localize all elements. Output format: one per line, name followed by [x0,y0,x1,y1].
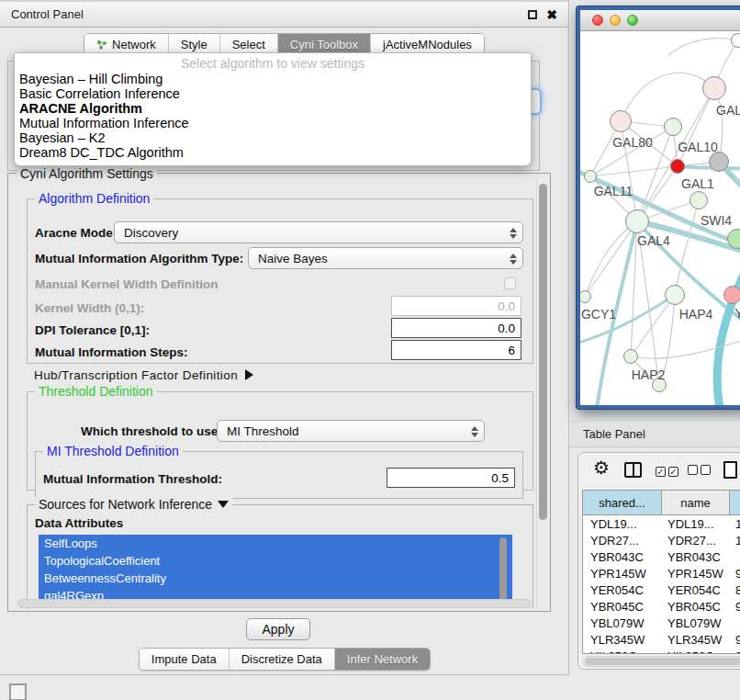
network-node-gray[interactable] [709,152,729,172]
node-label-y: Y [734,306,740,321]
columns-icon[interactable] [624,462,642,478]
threshold-definition-group: Threshold Definition Which threshold to … [27,391,533,491]
node-label-gal10: GAL10 [678,140,718,154]
network-node-pink-right[interactable] [723,286,740,304]
network-node-red[interactable] [670,159,685,174]
table-header-row: shared...nameA [583,491,740,515]
kernel-width-field[interactable]: 0.0 [391,296,521,316]
attribute-list-scrollbar[interactable] [499,537,507,602]
kernel-width-value: 0.0 [498,299,515,313]
mi-steps-value: 6 [508,344,515,357]
network-node-hap4[interactable] [665,285,685,305]
sources-title-text: Sources for Network Inference [39,497,212,512]
collapsed-panel-icon[interactable] [9,683,27,700]
collapsed-arrow-icon [245,369,253,380]
network-node-gal1[interactable] [690,191,708,209]
table-panel: ⚙ ✓✓ shared...nameA YDL19...YDL19...13YD… [577,452,740,670]
zoom-traffic-light[interactable] [627,15,638,26]
control-panel-titlebar: Control Panel ✖ [0,0,568,28]
tab-label: Style [181,38,207,51]
table-row[interactable]: YDL19...YDL19...13 [583,515,740,532]
node-label-gal: GAL [716,103,740,118]
mi-type-label: Mutual Information Algorithm Type: [35,252,243,265]
stepper-arrows-icon [470,423,478,440]
mi-threshold-field[interactable]: 0.5 [387,468,515,488]
select-all-checks-icon[interactable]: ✓✓ [656,462,681,479]
aracne-mode-combobox[interactable]: Discovery [114,221,523,243]
network-node-pink-top[interactable] [702,76,726,100]
bottom-tab-infer-network[interactable]: Infer Network [334,649,430,670]
network-node-gal4[interactable] [625,209,649,233]
clear-all-checks-icon[interactable] [688,462,713,479]
close-traffic-light[interactable] [592,15,603,26]
document-icon[interactable] [723,461,737,479]
bottom-tab-impute-data[interactable]: Impute Data [140,649,229,670]
hub-definition-toggle[interactable]: Hub/Transcription Factor Definition [34,368,253,382]
mi-threshold-group: MI Threshold Definition Mutual Informati… [35,451,523,499]
algorithm-option-dream8-dc-tdc-algorithm[interactable]: Dream8 DC_TDC Algorithm [15,145,531,160]
table-scroll-thumb[interactable] [585,658,740,665]
table-row[interactable]: YLR345WYLR345W9. [583,631,740,648]
mi-type-combobox[interactable]: Naive Bayes [248,247,523,269]
gear-icon[interactable]: ⚙ [593,458,610,477]
tab-label: Network [112,38,156,51]
dpi-tolerance-field[interactable]: 0.0 [391,318,521,338]
algorithm-option-bayesian-k2[interactable]: Bayesian – K2 [15,130,531,145]
network-node-gal80[interactable] [610,110,632,132]
mi-steps-field[interactable]: 6 [391,340,521,360]
which-threshold-combobox[interactable]: MI Threshold [217,420,485,442]
column-header-a[interactable]: A [730,491,740,515]
mi-threshold-value: 0.5 [491,471,509,485]
network-canvas[interactable]: GALGAL80GAL10GAL1GAL11GAL4SWI4GCY1HAP4YH… [580,31,740,405]
network-node-top-corner[interactable] [731,33,740,48]
cyni-settings-title: Cyni Algorithm Settings [17,166,157,181]
float-window-button[interactable] [528,10,537,19]
algorithm-option-basic-correlation-inference[interactable]: Basic Correlation Inference [15,86,531,101]
table-cell: YLR345W [662,631,730,648]
manual-kernel-label: Manual Kernel Width Definition [35,277,218,291]
settings-scroll-thumb[interactable] [539,184,547,520]
manual-kernel-checkbox[interactable] [504,277,516,289]
network-node-gal11[interactable] [584,170,597,183]
sources-title[interactable]: Sources for Network Inference [35,497,232,512]
attribute-item-topologicalcoefficient[interactable]: TopologicalCoefficient [39,552,512,570]
threshold-definition-title: Threshold Definition [35,384,157,399]
table-cell: YDR27... [662,532,730,548]
attribute-item-betweennesscentrality[interactable]: BetweennessCentrality [39,570,512,587]
network-node-hap2[interactable] [623,349,638,364]
table-cell: 9. [730,631,740,648]
table-row[interactable]: YER054CYER054C8. [583,581,740,598]
table-row[interactable]: YBR045CYBR045C9. [583,598,740,615]
table-row[interactable]: YPR145WYPR145W9. [583,565,740,581]
cyni-algorithm-settings-box: Cyni Algorithm Settings Algorithm Defini… [7,173,551,612]
apply-button[interactable]: Apply [246,618,310,640]
algorithm-option-aracne-algorithm[interactable]: ARACNE Algorithm [15,101,531,116]
dpi-tolerance-label: DPI Tolerance [0,1]: [35,323,150,337]
table-row[interactable]: YBR043CYBR043C [583,548,740,565]
control-panel: Control Panel ✖ NetworkStyleSelectCyni T… [0,0,569,675]
table-row[interactable]: YDR27...YDR27...12 [583,532,740,548]
algorithm-dropdown-popup: Select algorithm to view settings Bayesi… [14,52,532,166]
settings-horizontal-scrollbar[interactable] [17,599,532,608]
column-header-name[interactable]: name [662,491,730,515]
table-cell: 9. [730,598,740,615]
bottom-tab-discretize-data[interactable]: Discretize Data [229,649,334,670]
attribute-item-selfloops[interactable]: SelfLoops [39,535,512,552]
table-horizontal-scrollbar[interactable] [582,656,740,667]
dpi-tolerance-value: 0.0 [498,322,515,335]
column-header-shared[interactable]: shared... [583,491,662,515]
minimize-traffic-light[interactable] [610,15,621,26]
network-node-gal10[interactable] [664,118,682,136]
table-cell: YPR145W [583,565,662,581]
which-threshold-label: Which threshold to use: [81,424,222,438]
algorithm-option-bayesian-hill-climbing[interactable]: Bayesian – Hill Climbing [15,72,531,86]
table-cell: 8. [730,581,740,598]
bottom-tab-bar: Impute DataDiscretize DataInfer Network [139,648,431,671]
network-window-titlebar[interactable] [580,10,740,31]
settings-vertical-scrollbar[interactable] [536,178,548,606]
table-panel-header: Table Panel [570,421,740,447]
algorithm-option-mutual-information-inference[interactable]: Mutual Information Inference [15,116,531,130]
close-icon[interactable]: ✖ [546,10,557,19]
table-row[interactable]: YBL079WYBL079W [583,615,740,631]
table-row[interactable]: YIL052CYIL052C9. [583,648,740,654]
